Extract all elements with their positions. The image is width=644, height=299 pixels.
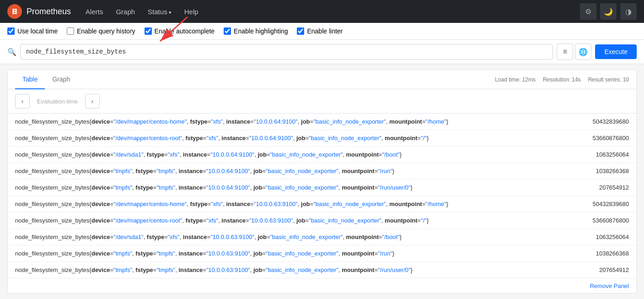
prometheus-logo bbox=[7, 4, 22, 19]
eval-next-button[interactable]: › bbox=[85, 94, 100, 109]
enable-linter-input[interactable] bbox=[297, 27, 304, 35]
eval-prev-button[interactable]: ‹ bbox=[15, 94, 30, 109]
table-row: node_filesystem_size_bytes{device="/dev/… bbox=[8, 114, 636, 130]
metric-value: 53660876800 bbox=[568, 130, 636, 147]
list-view-button[interactable]: ≡ bbox=[557, 43, 573, 60]
table-row: node_filesystem_size_bytes{device="tmpfs… bbox=[8, 163, 636, 179]
enable-query-history-label: Enable query history bbox=[77, 27, 135, 35]
enable-autocomplete-input[interactable] bbox=[145, 27, 152, 35]
results-table: node_filesystem_size_bytes{device="/dev/… bbox=[8, 114, 636, 278]
app-title: Prometheus bbox=[27, 7, 71, 16]
theme-moon-button[interactable]: 🌙 bbox=[600, 3, 617, 20]
remove-panel-row: Remove Panel bbox=[8, 278, 636, 293]
metric-value: 1063256064 bbox=[568, 229, 636, 245]
nav-status[interactable]: Status bbox=[142, 4, 177, 19]
contrast-button[interactable]: ◑ bbox=[620, 3, 637, 20]
eval-row: ‹ Evaluation time › bbox=[8, 89, 636, 114]
table-row: node_filesystem_size_bytes{device="/dev/… bbox=[8, 196, 636, 212]
metric-value: 207654912 bbox=[568, 262, 636, 278]
metric-cell: node_filesystem_size_bytes{device="/dev/… bbox=[8, 229, 568, 245]
svg-rect-3 bbox=[13, 9, 17, 10]
enable-query-history-input[interactable] bbox=[67, 27, 74, 35]
result-series: Result series: 10 bbox=[588, 76, 629, 83]
svg-rect-4 bbox=[13, 13, 17, 14]
results-panel: Table Graph Load time: 12ms Resolution: … bbox=[7, 70, 637, 294]
query-actions: ≡ 🌐 bbox=[557, 43, 591, 60]
navbar-brand: Prometheus bbox=[7, 4, 71, 19]
enable-highlighting-checkbox[interactable]: Enable highlighting bbox=[224, 27, 288, 35]
enable-highlighting-input[interactable] bbox=[224, 27, 231, 35]
table-row: node_filesystem_size_bytes{device="/dev/… bbox=[8, 229, 636, 245]
eval-time-label: Evaluation time bbox=[33, 98, 81, 105]
metric-cell: node_filesystem_size_bytes{device="/dev/… bbox=[8, 130, 568, 147]
use-local-time-input[interactable] bbox=[7, 27, 15, 35]
metric-cell: node_filesystem_size_bytes{device="/dev/… bbox=[8, 212, 568, 229]
load-time: Load time: 12ms bbox=[495, 76, 536, 83]
table-row: node_filesystem_size_bytes{device="tmpfs… bbox=[8, 245, 636, 262]
metric-cell: node_filesystem_size_bytes{device="tmpfs… bbox=[8, 245, 568, 262]
enable-autocomplete-label: Enable autocomplete bbox=[155, 27, 215, 35]
navbar: Prometheus Alerts Graph Status Help ⚙ 🌙 … bbox=[0, 0, 644, 23]
query-input[interactable] bbox=[20, 44, 553, 60]
metric-value: 1038266368 bbox=[568, 245, 636, 262]
nav-graph[interactable]: Graph bbox=[110, 4, 140, 19]
metric-cell: node_filesystem_size_bytes{device="tmpfs… bbox=[8, 179, 568, 196]
search-icon: 🔍 bbox=[7, 48, 16, 56]
nav-help[interactable]: Help bbox=[179, 4, 204, 19]
table-row: node_filesystem_size_bytes{device="tmpfs… bbox=[8, 262, 636, 278]
enable-highlighting-label: Enable highlighting bbox=[234, 27, 288, 35]
metric-cell: node_filesystem_size_bytes{device="/dev/… bbox=[8, 114, 568, 130]
nav-alerts[interactable]: Alerts bbox=[80, 4, 108, 19]
enable-linter-label: Enable linter bbox=[307, 27, 343, 35]
metric-cell: node_filesystem_size_bytes{device="/dev/… bbox=[8, 147, 568, 163]
globe-button[interactable]: 🌐 bbox=[575, 43, 591, 60]
table-row: node_filesystem_size_bytes{device="tmpfs… bbox=[8, 179, 636, 196]
enable-autocomplete-checkbox[interactable]: Enable autocomplete bbox=[145, 27, 215, 35]
remove-panel-button[interactable]: Remove Panel bbox=[590, 283, 629, 289]
enable-linter-checkbox[interactable]: Enable linter bbox=[297, 27, 343, 35]
page-wrapper: Prometheus Alerts Graph Status Help ⚙ 🌙 … bbox=[0, 0, 644, 299]
execute-button[interactable]: Execute bbox=[595, 44, 637, 59]
use-local-time-checkbox[interactable]: Use local time bbox=[7, 27, 58, 35]
metric-value: 53660876800 bbox=[568, 212, 636, 229]
navbar-icons: ⚙ 🌙 ◑ bbox=[580, 3, 637, 20]
enable-query-history-checkbox[interactable]: Enable query history bbox=[67, 27, 135, 35]
navbar-nav: Alerts Graph Status Help bbox=[80, 4, 204, 19]
metric-value: 50432839680 bbox=[568, 196, 636, 212]
query-area: 🔍 ≡ 🌐 Execute bbox=[0, 40, 644, 64]
metric-value: 1063256064 bbox=[568, 147, 636, 163]
metric-value: 1038266368 bbox=[568, 163, 636, 179]
metric-cell: node_filesystem_size_bytes{device="/dev/… bbox=[8, 196, 568, 212]
tabs-meta: Load time: 12ms Resolution: 14s Result s… bbox=[495, 76, 629, 83]
tab-table[interactable]: Table bbox=[15, 70, 45, 89]
metric-value: 50432839680 bbox=[568, 114, 636, 130]
metric-value: 207654912 bbox=[568, 179, 636, 196]
table-row: node_filesystem_size_bytes{device="/dev/… bbox=[8, 147, 636, 163]
metric-cell: node_filesystem_size_bytes{device="tmpfs… bbox=[8, 163, 568, 179]
tabs-row: Table Graph Load time: 12ms Resolution: … bbox=[8, 70, 636, 89]
table-row: node_filesystem_size_bytes{device="/dev/… bbox=[8, 212, 636, 229]
svg-rect-5 bbox=[13, 11, 17, 12]
tabs-left: Table Graph bbox=[15, 70, 77, 89]
settings-bar: Use local time Enable query history Enab… bbox=[0, 23, 644, 40]
table-row: node_filesystem_size_bytes{device="/dev/… bbox=[8, 130, 636, 147]
gear-button[interactable]: ⚙ bbox=[580, 3, 596, 20]
use-local-time-label: Use local time bbox=[17, 27, 58, 35]
metric-cell: node_filesystem_size_bytes{device="tmpfs… bbox=[8, 262, 568, 278]
tab-graph[interactable]: Graph bbox=[45, 70, 77, 89]
resolution: Resolution: 14s bbox=[543, 76, 581, 83]
